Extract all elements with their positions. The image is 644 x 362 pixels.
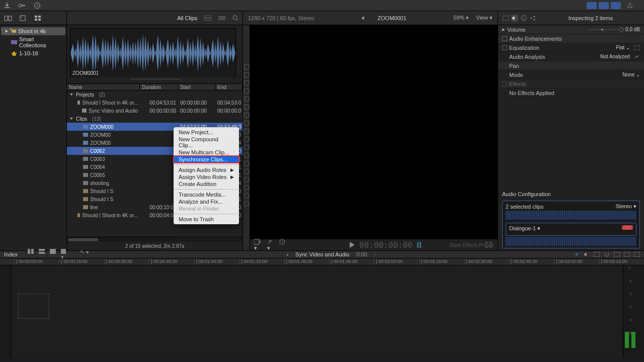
col-name[interactable]: Name [67,84,140,90]
thumbnail-size-slider[interactable] [130,78,180,80]
audio-inspector-icon[interactable] [511,15,518,22]
timeline-ruler[interactable]: | 00:00:00:00| 00:00:15:00| 00:00:30:00|… [0,258,644,265]
tl-snap-icon[interactable] [604,252,610,257]
menu-item[interactable]: Move to Trash [174,216,239,223]
play-button[interactable] [349,241,355,248]
range-cb[interactable] [244,97,249,102]
range-cb[interactable] [244,153,249,158]
menu-item[interactable]: Assign Audio Roles▶ [174,166,239,173]
range-cb[interactable] [244,193,249,198]
group-projects[interactable]: Projects (2) [67,90,243,99]
video-inspector-icon[interactable] [502,15,509,22]
range-cb[interactable] [244,88,249,94]
workspace-btn-2[interactable] [599,2,609,9]
menu-item[interactable]: Assign Video Roles▶ [174,173,239,180]
range-cb[interactable] [244,72,249,77]
clip-thumbnail[interactable]: ZOOM0001 [70,28,236,77]
range-cb[interactable] [244,80,249,85]
timeline-tracks[interactable] [11,265,623,358]
group-clips[interactable]: Clips (13) [67,115,243,123]
library-home-icon[interactable] [4,15,12,22]
list-view-icon[interactable] [218,16,225,21]
browser-header: All Clips [67,11,243,25]
project-row[interactable]: Sync Video and Audio00:00:00:0000:00:00:… [67,107,243,115]
pan-row: Pan [498,61,644,70]
menu-item[interactable]: Synchronize Clips... [174,156,239,163]
timeline-index-button[interactable]: Index [4,251,18,257]
volume-slider[interactable] [587,29,617,31]
tl-icon[interactable] [624,252,630,257]
menu-item[interactable]: Analyze and Fix... [174,198,239,205]
titles-icon[interactable] [34,15,42,22]
range-cb[interactable] [244,145,249,150]
search-icon[interactable] [232,15,238,21]
menu-item[interactable]: Transcode Media... [174,191,239,198]
range-cb[interactable] [244,137,249,142]
enhancement-checkbox[interactable] [502,36,507,41]
info-inspector-icon[interactable]: i [520,15,527,22]
menu-item[interactable]: New Compound Clip... [174,136,239,149]
column-headers: Name Duration Start End [67,83,243,90]
mode-value[interactable]: None ⌄ [622,72,640,77]
zoom-dropdown[interactable]: 59% ▾ [453,15,469,21]
timeline-time: 0:00 [357,251,367,257]
range-cb[interactable] [244,161,249,166]
range-cb[interactable] [244,177,249,182]
filmstrip-view-icon[interactable] [204,16,211,21]
viewer-canvas[interactable] [250,25,498,239]
range-cb[interactable] [244,185,249,190]
eq-checkbox[interactable] [502,45,507,50]
effects-checkbox[interactable] [502,81,507,86]
keyword-icon[interactable] [18,2,26,10]
range-cb[interactable] [244,113,249,118]
library-item-shoot4k[interactable]: Shoot in 4k [1,27,65,35]
menu-item[interactable]: New Multicam Clip... [174,149,239,156]
range-cb[interactable] [244,201,249,206]
eq-value[interactable]: Flat ⌄ [616,45,630,50]
range-cb[interactable] [244,105,249,110]
analyze-icon[interactable] [634,54,640,59]
dialogue-dropdown[interactable]: Dialogue-1 ▾ [509,225,540,232]
volume-label: Volume [507,27,587,33]
retime-dropdown-icon[interactable] [279,239,285,251]
tl-icon[interactable] [614,252,620,257]
col-start[interactable]: Start [178,84,215,90]
volume-disclosure-icon[interactable]: ▸ [502,26,505,33]
media-icon[interactable] [19,15,27,22]
share-inspector-icon[interactable] [529,15,536,22]
timeline-fwd-icon[interactable]: › [374,251,376,257]
col-end[interactable]: End [215,84,243,90]
bg-tasks-icon[interactable] [33,2,41,10]
workspace-btn-3[interactable] [611,2,621,9]
range-cb[interactable] [244,64,249,69]
eq-settings-icon[interactable] [634,45,640,50]
range-cb[interactable] [244,121,249,126]
library-item-date[interactable]: 1-10-18 [1,49,65,57]
range-cb[interactable] [244,169,249,174]
menu-item[interactable]: New Project... [174,129,239,136]
clip-filter-dropdown[interactable]: All Clips [177,15,197,21]
view-dropdown[interactable]: View ▾ [476,15,493,21]
import-icon[interactable] [3,2,11,10]
save-effects-preset[interactable]: Save Effects Preset [449,242,494,248]
tl-icon[interactable] [634,252,640,257]
keyframe-icon[interactable] [618,27,624,32]
menu-item[interactable]: Reveal in Finder [174,205,239,212]
tl-skimming-icon[interactable] [574,252,580,257]
ruler-tick: | 00:01:45:00 [329,258,374,265]
timeline-back-icon[interactable]: ‹ [286,251,288,257]
enhance-dropdown-icon[interactable]: ▾ [267,239,273,251]
share-icon[interactable] [626,2,634,10]
menu-item[interactable]: Create Audition [174,180,239,188]
horizontal-scrollbar[interactable] [67,237,243,242]
range-cb[interactable] [244,129,249,134]
tl-audio-skim-icon[interactable] [584,252,590,257]
tl-solo-icon[interactable] [594,252,600,257]
col-duration[interactable]: Duration [140,84,178,90]
library-item-smart[interactable]: Smart Collections [1,35,65,49]
effects-dropdown-icon[interactable]: ▾ [254,239,261,251]
channel-icon[interactable]: ⬚⬚ [622,225,633,230]
stereo-dropdown[interactable]: Stereo ▾ [616,203,636,210]
project-row[interactable]: Should I Shoot in 4K or...00:04:53:0100:… [67,99,243,107]
workspace-btn-1[interactable] [587,2,597,9]
